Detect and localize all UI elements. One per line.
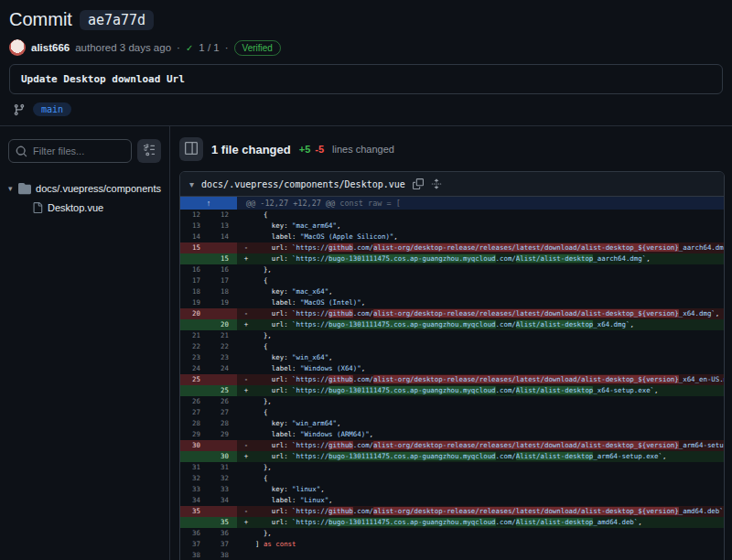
new-line-number[interactable]: 25: [209, 385, 237, 396]
old-line-number[interactable]: 24: [180, 363, 209, 374]
new-line-number[interactable]: 27: [209, 407, 237, 418]
file-filter-button[interactable]: [137, 139, 161, 163]
code-segment: `https://: [292, 254, 328, 263]
code-line: },: [255, 264, 724, 275]
old-line-number[interactable]: 29: [180, 429, 209, 440]
diff-row: 2424 label: "Windows (X64)",: [180, 363, 724, 374]
avatar[interactable]: [9, 39, 26, 56]
additions-count: +5: [299, 144, 311, 155]
code-line: key: "mac_x64",: [255, 286, 724, 297]
code-segment: url:: [255, 375, 292, 383]
new-line-number[interactable]: 23: [209, 352, 237, 363]
old-line-number[interactable]: 15: [180, 242, 209, 253]
new-line-number[interactable]: 36: [209, 528, 237, 539]
code-segment: `https://: [292, 452, 328, 460]
code-segment: url:: [255, 518, 292, 526]
tree-folder-row[interactable]: ▾ docs/.vuepress/components: [8, 178, 161, 198]
old-line-number[interactable]: 19: [180, 297, 209, 308]
author-name[interactable]: alist666: [31, 42, 70, 53]
new-line-number[interactable]: [209, 440, 237, 451]
old-line-number[interactable]: 18: [180, 286, 209, 297]
tree-file-row[interactable]: Desktop.vue: [32, 198, 161, 217]
new-line-number[interactable]: 30: [209, 451, 237, 462]
old-line-number[interactable]: 13: [180, 221, 209, 232]
new-line-number[interactable]: 14: [209, 232, 237, 242]
copy-path-icon[interactable]: [413, 178, 424, 189]
old-line-number[interactable]: 25: [180, 374, 209, 385]
code-segment: `https://: [292, 320, 328, 328]
diff-sign: [237, 352, 255, 363]
old-line-number[interactable]: [180, 451, 209, 462]
new-line-number[interactable]: [209, 506, 237, 517]
new-line-number[interactable]: 21: [209, 330, 237, 341]
new-line-number[interactable]: 24: [209, 363, 237, 374]
new-line-number[interactable]: 20: [209, 319, 237, 330]
code-segment: `https://: [292, 386, 328, 394]
old-line-number[interactable]: 14: [180, 232, 209, 242]
toggle-file-tree-button[interactable]: [179, 137, 203, 161]
code-segment: ,: [361, 364, 365, 372]
old-line-number[interactable]: 26: [180, 396, 209, 407]
new-line-number[interactable]: 18: [209, 286, 237, 297]
new-line-number[interactable]: 22: [209, 341, 237, 352]
branch-badge[interactable]: main: [33, 102, 71, 116]
new-line-number[interactable]: [209, 242, 237, 253]
new-line-number[interactable]: 31: [209, 462, 237, 473]
old-line-number[interactable]: 35: [180, 506, 209, 517]
code-segment: key:: [255, 287, 292, 296]
old-line-number[interactable]: 32: [180, 473, 209, 484]
old-line-number[interactable]: 17: [180, 275, 209, 286]
expand-all-icon[interactable]: [431, 178, 442, 189]
new-line-number[interactable]: 32: [209, 473, 237, 484]
new-line-number[interactable]: 35: [209, 517, 237, 528]
old-line-number[interactable]: 22: [180, 341, 209, 352]
old-line-number[interactable]: 27: [180, 407, 209, 418]
old-line-number[interactable]: 30: [180, 440, 209, 451]
deletions-count: -5: [315, 144, 324, 155]
old-line-number[interactable]: 21: [180, 330, 209, 341]
old-line-number[interactable]: 36: [180, 528, 209, 539]
old-line-number[interactable]: [180, 319, 209, 330]
old-line-number[interactable]: 20: [180, 308, 209, 319]
old-line-number[interactable]: 31: [180, 462, 209, 473]
new-line-number[interactable]: 12: [209, 210, 237, 221]
old-line-number[interactable]: 16: [180, 264, 209, 275]
diff-row: 1616 },: [180, 264, 724, 275]
checks-count[interactable]: 1 / 1: [199, 42, 219, 53]
new-line-number[interactable]: 37: [209, 539, 237, 550]
collapse-file-chevron-icon[interactable]: ▾: [189, 179, 194, 189]
new-line-number[interactable]: 28: [209, 418, 237, 429]
old-line-number[interactable]: 38: [180, 550, 209, 560]
old-line-number[interactable]: 34: [180, 495, 209, 506]
new-line-number[interactable]: 33: [209, 484, 237, 495]
search-icon: [16, 145, 27, 161]
file-path[interactable]: docs/.vuepress/components/Desktop.vue: [201, 179, 405, 189]
new-line-number[interactable]: 17: [209, 275, 237, 286]
old-line-number[interactable]: 28: [180, 418, 209, 429]
new-line-number[interactable]: 34: [209, 495, 237, 506]
code-segment: ,: [716, 309, 719, 318]
old-line-number[interactable]: [180, 517, 209, 528]
file-tree-sidebar: ▾ docs/.vuepress/components Desktop.vue: [0, 126, 170, 560]
changed-word: alist-org/desktop-release/releases/lates…: [373, 243, 679, 252]
code-segment: .com/: [353, 309, 373, 318]
new-line-number[interactable]: [209, 308, 237, 319]
old-line-number[interactable]: 37: [180, 539, 209, 550]
new-line-number[interactable]: 15: [209, 253, 237, 264]
code-line: },: [255, 330, 724, 341]
verified-badge[interactable]: Verified: [234, 40, 281, 56]
expand-up-button[interactable]: ↑: [180, 197, 237, 210]
code-line: ] as const: [255, 539, 724, 550]
new-line-number[interactable]: 38: [209, 550, 237, 560]
old-line-number[interactable]: 12: [180, 210, 209, 221]
new-line-number[interactable]: 29: [209, 429, 237, 440]
new-line-number[interactable]: [209, 374, 237, 385]
old-line-number[interactable]: 33: [180, 484, 209, 495]
new-line-number[interactable]: 13: [209, 221, 237, 232]
old-line-number[interactable]: [180, 385, 209, 396]
old-line-number[interactable]: [180, 253, 209, 264]
new-line-number[interactable]: 26: [209, 396, 237, 407]
old-line-number[interactable]: 23: [180, 352, 209, 363]
new-line-number[interactable]: 16: [209, 264, 237, 275]
new-line-number[interactable]: 19: [209, 297, 237, 308]
